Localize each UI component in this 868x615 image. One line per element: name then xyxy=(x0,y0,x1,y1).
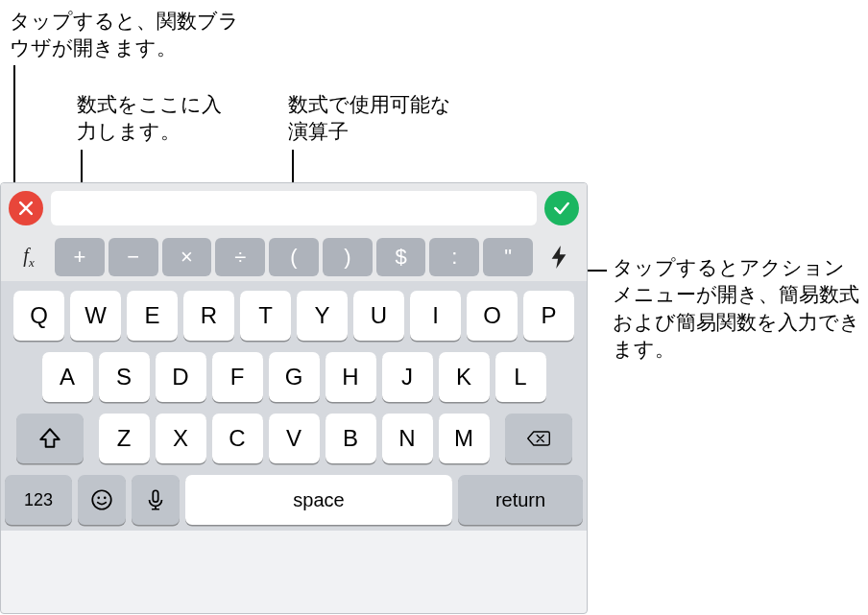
check-icon xyxy=(552,199,571,218)
operator-quote[interactable]: " xyxy=(483,238,533,276)
key-c[interactable]: C xyxy=(212,414,263,463)
key-f[interactable]: F xyxy=(212,352,263,402)
formula-input[interactable] xyxy=(51,191,537,225)
space-key[interactable]: space xyxy=(185,475,452,525)
operator-dollar[interactable]: $ xyxy=(376,238,426,276)
key-b[interactable]: B xyxy=(326,414,376,463)
confirm-button[interactable] xyxy=(544,191,579,225)
key-i[interactable]: I xyxy=(410,291,461,341)
operator-divide[interactable]: ÷ xyxy=(215,238,265,276)
operator-times[interactable]: × xyxy=(162,238,212,276)
key-g[interactable]: G xyxy=(269,352,320,402)
operator-minus[interactable]: − xyxy=(108,238,158,276)
svg-point-2 xyxy=(104,497,107,500)
formula-keyboard-panel: fx + − × ÷ ( ) $ : " Q W E R T Y U I O P… xyxy=(0,182,588,614)
key-z[interactable]: Z xyxy=(99,414,150,463)
key-m[interactable]: M xyxy=(439,414,490,463)
svg-point-0 xyxy=(92,490,111,509)
backspace-icon xyxy=(526,426,551,451)
emoji-icon xyxy=(89,487,114,512)
key-u[interactable]: U xyxy=(353,291,404,341)
backspace-key[interactable] xyxy=(505,414,572,463)
key-k[interactable]: K xyxy=(439,352,490,402)
key-s[interactable]: S xyxy=(99,352,150,402)
key-h[interactable]: H xyxy=(326,352,376,402)
callout-bolt: タップするとアクションメニューが開き、簡易数式および簡易関数を入力できます。 xyxy=(613,254,862,363)
close-icon xyxy=(16,199,36,218)
keyboard-row-2: A S D F G H J K L xyxy=(5,352,583,402)
key-p[interactable]: P xyxy=(523,291,574,341)
operator-rparen[interactable]: ) xyxy=(323,238,373,276)
bolt-icon xyxy=(548,245,569,270)
key-n[interactable]: N xyxy=(382,414,433,463)
key-j[interactable]: J xyxy=(382,352,433,402)
key-q[interactable]: Q xyxy=(13,291,64,341)
key-w[interactable]: W xyxy=(70,291,121,341)
svg-point-1 xyxy=(97,497,100,500)
return-key[interactable]: return xyxy=(458,475,583,525)
formula-bar xyxy=(1,183,587,233)
key-l[interactable]: L xyxy=(495,352,546,402)
shift-icon xyxy=(37,426,62,451)
keyboard-row-3: Z X C V B N M xyxy=(5,414,583,463)
function-browser-button[interactable]: fx xyxy=(7,238,51,276)
key-o[interactable]: O xyxy=(467,291,518,341)
operator-lparen[interactable]: ( xyxy=(269,238,319,276)
mic-icon xyxy=(143,487,168,512)
key-e[interactable]: E xyxy=(127,291,178,341)
keyboard-row-4: 123 space return xyxy=(5,475,583,525)
qwerty-keyboard: Q W E R T Y U I O P A S D F G H J K L xyxy=(1,281,587,531)
fx-icon: fx xyxy=(23,245,34,271)
key-x[interactable]: X xyxy=(156,414,206,463)
key-v[interactable]: V xyxy=(269,414,320,463)
cancel-button[interactable] xyxy=(9,191,43,225)
key-t[interactable]: T xyxy=(240,291,291,341)
operator-plus[interactable]: + xyxy=(55,238,105,276)
callout-fx: タップすると、関数ブラウザが開きます。 xyxy=(10,8,259,62)
emoji-key[interactable] xyxy=(78,475,126,525)
operator-row: fx + − × ÷ ( ) $ : " xyxy=(1,233,587,281)
key-y[interactable]: Y xyxy=(297,291,348,341)
action-menu-button[interactable] xyxy=(537,238,581,276)
callout-formula: 数式をここに入力します。 xyxy=(77,91,240,146)
key-a[interactable]: A xyxy=(42,352,93,402)
operator-colon[interactable]: : xyxy=(429,238,479,276)
shift-key[interactable] xyxy=(16,414,84,463)
key-r[interactable]: R xyxy=(183,291,234,341)
mode-key[interactable]: 123 xyxy=(5,475,72,525)
key-d[interactable]: D xyxy=(156,352,206,402)
callout-operators: 数式で使用可能な演算子 xyxy=(288,91,461,146)
mic-key[interactable] xyxy=(132,475,180,525)
svg-rect-3 xyxy=(153,490,157,502)
keyboard-row-1: Q W E R T Y U I O P xyxy=(5,291,583,341)
